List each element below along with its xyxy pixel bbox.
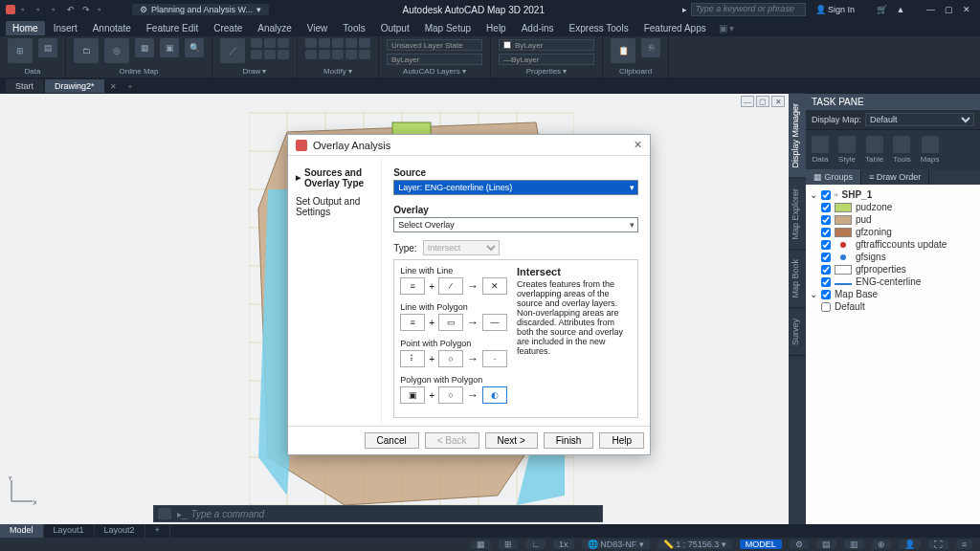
tab-express-tools[interactable]: Express Tools bbox=[563, 21, 635, 35]
status-toggle[interactable]: ▤ bbox=[816, 540, 836, 549]
modify-tool-icon[interactable] bbox=[359, 38, 370, 48]
tab-featured-apps[interactable]: Featured Apps bbox=[637, 21, 713, 35]
tab-layout1[interactable]: Layout1 bbox=[44, 524, 95, 538]
tree-mapbase[interactable]: Map Base bbox=[835, 289, 878, 299]
layer-checkbox[interactable] bbox=[821, 240, 831, 250]
tab-close-icon[interactable]: ✕ bbox=[106, 82, 121, 91]
draw-tool-icon[interactable] bbox=[251, 38, 262, 48]
layer-item[interactable]: Default bbox=[835, 301, 865, 312]
panel-label-properties[interactable]: Properties ▾ bbox=[499, 66, 594, 77]
tp-data-button[interactable]: Data bbox=[812, 136, 829, 164]
layer-tree[interactable]: ⌄▫SHP_1 pudzone pud gfzoning gftrafficco… bbox=[806, 185, 980, 524]
subtab-draw-order[interactable]: ≡ Draw Order bbox=[861, 169, 929, 185]
copy-button[interactable]: ⎘ bbox=[641, 38, 660, 57]
modify-tool-icon[interactable] bbox=[305, 50, 317, 59]
tree-root[interactable]: SHP_1 bbox=[842, 189, 873, 200]
finish-button[interactable]: Finish bbox=[544, 432, 594, 449]
filter-button[interactable]: ▤ bbox=[38, 38, 57, 57]
tab-start[interactable]: Start bbox=[6, 79, 43, 93]
connect-button[interactable]: ⊞ bbox=[8, 38, 33, 63]
linetype-dropdown[interactable]: — ByLayer bbox=[499, 54, 594, 65]
tab-feature-edit[interactable]: Feature Edit bbox=[140, 21, 205, 35]
tp-style-button[interactable]: Style bbox=[838, 136, 856, 164]
draw-tool-icon[interactable] bbox=[251, 50, 262, 59]
source-dropdown[interactable]: Layer: ENG-centerline (Lines) bbox=[393, 180, 638, 195]
draw-tool-icon[interactable] bbox=[264, 50, 276, 59]
signin-button[interactable]: 👤 Sign In bbox=[815, 5, 856, 14]
display-map-select[interactable]: Default bbox=[865, 113, 974, 126]
layer-checkbox[interactable] bbox=[821, 277, 831, 287]
layer-checkbox[interactable] bbox=[821, 228, 831, 237]
window-close-icon[interactable]: ✕ bbox=[963, 5, 970, 14]
modify-tool-icon[interactable] bbox=[345, 38, 357, 48]
qat-print-icon[interactable]: ▫ bbox=[98, 5, 107, 14]
qat-redo-icon[interactable]: ↷ bbox=[82, 5, 92, 14]
layer-checkbox[interactable] bbox=[821, 190, 831, 200]
viewport-min-icon[interactable]: — bbox=[741, 96, 754, 107]
workspace-dropdown[interactable]: ⚙ Planning and Analysis W... ▾ bbox=[132, 4, 269, 15]
tp-maps-button[interactable]: Maps bbox=[921, 136, 940, 164]
layer-checkbox[interactable] bbox=[821, 253, 831, 262]
tab-layout2[interactable]: Layout2 bbox=[95, 524, 145, 538]
tab-analyze[interactable]: Analyze bbox=[251, 21, 299, 35]
status-coord-sys[interactable]: 🌐 ND83-NF ▾ bbox=[582, 540, 650, 549]
tab-map-setup[interactable]: Map Setup bbox=[418, 21, 478, 35]
subtab-groups[interactable]: ▦ Groups bbox=[806, 169, 861, 185]
type-dropdown[interactable]: Intersect bbox=[423, 240, 500, 255]
color-dropdown[interactable]: ByLayer bbox=[499, 39, 594, 51]
cart-icon[interactable]: 🛒 bbox=[877, 5, 887, 14]
status-toggle[interactable]: ⊕ bbox=[872, 540, 891, 549]
modify-tool-icon[interactable] bbox=[305, 38, 317, 48]
vtab-display-manager[interactable]: Display Manager bbox=[789, 94, 806, 179]
arcgis-connector-button[interactable]: ◎ bbox=[104, 38, 129, 63]
autodesk-icon[interactable]: ▲ bbox=[897, 5, 905, 14]
window-max-icon[interactable]: ▢ bbox=[945, 5, 953, 14]
tab-create[interactable]: Create bbox=[207, 21, 249, 35]
map-on-button[interactable]: ▦ bbox=[135, 38, 154, 57]
status-toggle[interactable]: ▦ bbox=[471, 540, 491, 549]
tab-help[interactable]: Help bbox=[479, 21, 513, 35]
qat-new-icon[interactable]: ▫ bbox=[21, 5, 31, 14]
layer-state-dropdown[interactable]: Unsaved Layer State bbox=[387, 39, 482, 51]
wizard-step-sources[interactable]: Sources and Overlay Type bbox=[292, 164, 377, 192]
draw-tool-icon[interactable] bbox=[278, 50, 289, 59]
layer-item[interactable]: pud bbox=[856, 214, 872, 225]
status-toggle[interactable]: ⚙ bbox=[790, 540, 809, 549]
tab-layout-add-icon[interactable]: + bbox=[145, 524, 170, 538]
modify-tool-icon[interactable] bbox=[332, 38, 344, 48]
layer-item[interactable]: pudzone bbox=[856, 202, 892, 212]
layer-checkbox[interactable] bbox=[821, 215, 831, 225]
command-line[interactable]: ▸_ Type a command bbox=[153, 505, 603, 522]
status-toggle[interactable]: ⛶ bbox=[928, 540, 948, 549]
paste-button[interactable]: 📋 bbox=[611, 38, 635, 63]
layer-item[interactable]: gfzoning bbox=[856, 227, 892, 237]
vtab-map-explorer[interactable]: Map Explorer bbox=[789, 179, 806, 251]
status-scale[interactable]: 📏 1 : 75156.3 ▾ bbox=[657, 540, 732, 549]
vtab-map-book[interactable]: Map Book bbox=[789, 250, 806, 309]
wizard-step-output[interactable]: Set Output and Settings bbox=[292, 192, 377, 221]
layer-item[interactable]: gfproperties bbox=[856, 264, 906, 275]
status-toggle[interactable]: ⊞ bbox=[499, 540, 518, 549]
viewport-close-icon[interactable]: ✕ bbox=[771, 96, 785, 107]
layer-checkbox[interactable] bbox=[821, 302, 831, 312]
search-map-button[interactable]: 🔍 bbox=[185, 38, 204, 57]
tab-insert[interactable]: Insert bbox=[47, 21, 84, 35]
expand-icon[interactable]: ⌄ bbox=[810, 189, 817, 200]
help-button[interactable]: Help bbox=[599, 432, 644, 449]
tab-home[interactable]: Home bbox=[6, 21, 45, 35]
layer-item[interactable]: gftrafficcounts update bbox=[856, 239, 947, 250]
layer-checkbox[interactable] bbox=[821, 265, 831, 275]
tab-model[interactable]: Model bbox=[0, 524, 44, 538]
capture-area-button[interactable]: ▣ bbox=[160, 38, 179, 57]
tp-tools-button[interactable]: Tools bbox=[893, 136, 911, 164]
status-toggle[interactable]: 👤 bbox=[899, 540, 921, 549]
layer-checkbox[interactable] bbox=[821, 290, 831, 299]
tab-drawing[interactable]: Drawing2* bbox=[45, 79, 104, 93]
overlay-dropdown[interactable]: Select Overlay bbox=[393, 217, 638, 232]
back-button[interactable]: < Back bbox=[425, 432, 479, 449]
status-toggle[interactable]: 1x bbox=[553, 540, 574, 549]
tab-view[interactable]: View bbox=[301, 21, 335, 35]
expand-icon[interactable]: ⌄ bbox=[810, 289, 817, 299]
layer-item[interactable]: gfsigns bbox=[856, 252, 886, 262]
help-search-input[interactable]: Type a keyword or phrase bbox=[691, 3, 806, 16]
